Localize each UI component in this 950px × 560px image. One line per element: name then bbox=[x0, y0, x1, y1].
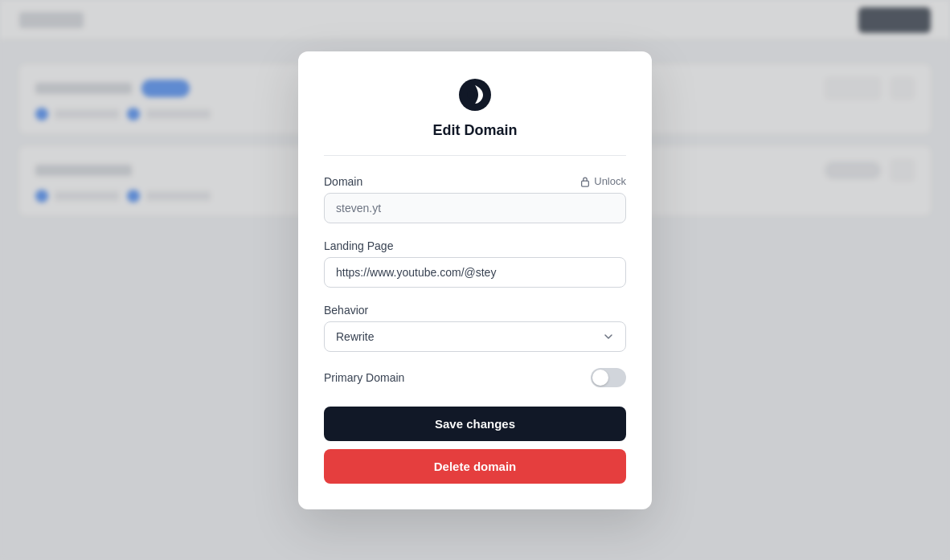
svg-rect-2 bbox=[582, 181, 589, 186]
domain-input[interactable] bbox=[324, 193, 626, 223]
unlock-link[interactable]: Unlock bbox=[579, 175, 626, 187]
domain-label: Domain bbox=[324, 175, 362, 188]
lock-icon bbox=[579, 176, 591, 187]
behavior-select[interactable]: RewriteRedirectProxy bbox=[324, 321, 626, 352]
modal-header: Edit Domain bbox=[324, 77, 626, 156]
svg-point-1 bbox=[467, 91, 475, 99]
edit-domain-modal: Edit Domain Domain Unlock bbox=[298, 51, 652, 509]
save-changes-button[interactable]: Save changes bbox=[324, 407, 626, 441]
primary-domain-label: Primary Domain bbox=[324, 371, 404, 384]
modal-footer: Save changes Delete domain bbox=[324, 407, 626, 484]
primary-domain-row: Primary Domain bbox=[324, 368, 626, 387]
delete-domain-button[interactable]: Delete domain bbox=[324, 449, 626, 484]
modal-title: Edit Domain bbox=[432, 122, 517, 139]
domain-label-row: Domain Unlock bbox=[324, 175, 626, 188]
behavior-label: Behavior bbox=[324, 304, 626, 317]
behavior-field-group: Behavior RewriteRedirectProxy bbox=[324, 304, 626, 352]
behavior-select-wrapper: RewriteRedirectProxy bbox=[324, 321, 626, 352]
landing-page-input[interactable] bbox=[324, 257, 626, 288]
landing-page-field-group: Landing Page bbox=[324, 239, 626, 288]
modal-overlay: Edit Domain Domain Unlock bbox=[0, 0, 950, 560]
toggle-knob bbox=[592, 370, 608, 386]
landing-page-label: Landing Page bbox=[324, 239, 626, 252]
brand-logo-icon bbox=[457, 77, 493, 112]
unlock-label: Unlock bbox=[594, 175, 626, 187]
primary-domain-toggle[interactable] bbox=[591, 368, 626, 387]
domain-field-group: Domain Unlock bbox=[324, 175, 626, 223]
modal-body: Domain Unlock Landing Page bbox=[324, 175, 626, 484]
